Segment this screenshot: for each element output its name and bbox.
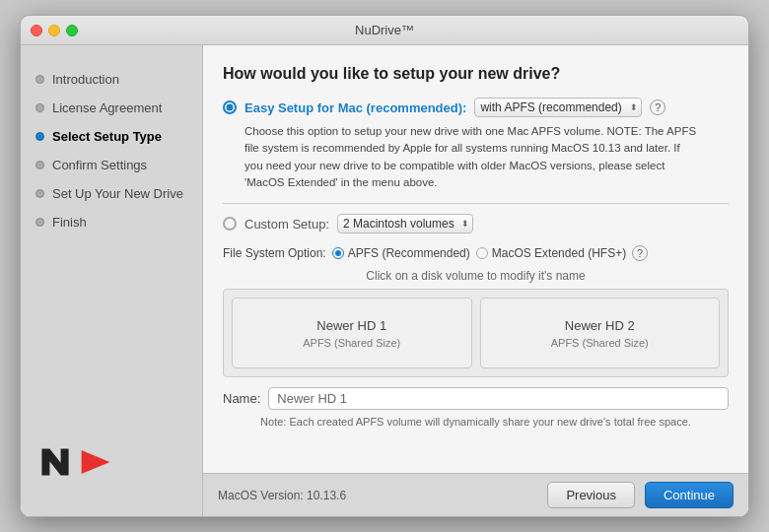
custom-setup-label: Custom Setup: [245, 217, 329, 232]
custom-setup-section: Custom Setup: 2 Macintosh volumes [223, 214, 729, 233]
easy-setup-section: Easy Setup for Mac (recommended): with A… [223, 98, 729, 191]
custom-setup-radio[interactable] [223, 217, 237, 231]
svg-marker-0 [82, 450, 110, 474]
sidebar-item-license-agreement[interactable]: License Agreement [21, 94, 202, 122]
sidebar-label-introduction: Introduction [52, 72, 119, 87]
titlebar: NuDrive™ [21, 16, 748, 45]
disk-volume-1-name: Newer HD 1 [316, 318, 386, 333]
sidebar: Introduction License Agreement Select Se… [21, 45, 203, 516]
dot-icon [35, 189, 44, 198]
dot-icon [35, 132, 44, 141]
divider [223, 203, 729, 204]
name-row: Name: [223, 387, 729, 410]
sidebar-label-license: License Agreement [52, 100, 162, 115]
sidebar-label-setup-type: Select Setup Type [52, 129, 162, 144]
sidebar-label-setup-drive: Set Up Your New Drive [52, 186, 183, 201]
name-input[interactable] [268, 387, 729, 410]
maximize-button[interactable] [66, 25, 78, 36]
sidebar-label-confirm: Confirm Settings [52, 158, 147, 172]
main-heading: How would you like to setup your new dri… [223, 65, 729, 83]
sidebar-item-setup-drive[interactable]: Set Up Your New Drive [21, 179, 202, 208]
disk-volumes-container: Newer HD 1 APFS (Shared Size) Newer HD 2… [223, 289, 729, 377]
dot-icon [35, 161, 44, 169]
file-system-label: File System Option: [223, 246, 326, 260]
dot-icon [35, 103, 44, 112]
easy-setup-dropdown[interactable]: with APFS (recommended) [474, 98, 642, 117]
note-text: Note: Each created APFS volume will dyna… [223, 416, 729, 428]
disk-volume-2-name: Newer HD 2 [565, 318, 635, 333]
traffic-lights [31, 25, 78, 36]
dot-icon [35, 75, 44, 84]
sidebar-label-finish: Finish [52, 215, 87, 230]
apfs-label: APFS (Recommended) [348, 246, 470, 260]
easy-setup-radio[interactable] [223, 100, 237, 114]
nudrive-n-logo [35, 442, 75, 482]
easy-setup-description: Choose this option to setup your new dri… [245, 123, 698, 191]
footer-buttons: Previous Continue [547, 482, 734, 508]
sidebar-item-select-setup-type[interactable]: Select Setup Type [21, 122, 202, 151]
close-button[interactable] [31, 25, 42, 36]
disk-volume-2-type: APFS (Shared Size) [551, 337, 649, 349]
previous-button[interactable]: Previous [547, 482, 635, 508]
window-title: NuDrive™ [355, 23, 414, 37]
sidebar-item-finish[interactable]: Finish [21, 208, 202, 236]
custom-setup-row: Custom Setup: 2 Macintosh volumes [223, 214, 729, 233]
easy-setup-row: Easy Setup for Mac (recommended): with A… [223, 98, 729, 117]
hfs-label: MacOS Extended (HFS+) [492, 246, 626, 260]
easy-setup-help-icon[interactable]: ? [650, 100, 665, 115]
continue-button[interactable]: Continue [645, 482, 734, 508]
macos-version: MacOS Version: 10.13.6 [218, 489, 346, 502]
disk-volume-1[interactable]: Newer HD 1 APFS (Shared Size) [232, 298, 472, 368]
nudrive-arrow-logo [80, 446, 111, 478]
disk-volume-1-type: APFS (Shared Size) [303, 337, 400, 349]
logo-area [21, 428, 202, 497]
name-label: Name: [223, 391, 260, 406]
sidebar-item-confirm-settings[interactable]: Confirm Settings [21, 151, 202, 179]
apfs-radio[interactable] [332, 247, 344, 259]
dot-icon [35, 218, 44, 227]
main-panel: How would you like to setup your new dri… [203, 45, 748, 516]
hfs-radio[interactable] [476, 247, 488, 259]
minimize-button[interactable] [48, 25, 60, 36]
file-system-row: File System Option: APFS (Recommended) M… [223, 245, 729, 261]
fs-help-icon[interactable]: ? [632, 245, 648, 261]
custom-setup-dropdown-wrapper: 2 Macintosh volumes [337, 214, 473, 233]
custom-setup-dropdown[interactable]: 2 Macintosh volumes [337, 214, 473, 233]
fs-option-hfs[interactable]: MacOS Extended (HFS+) [476, 246, 626, 260]
disk-volume-2[interactable]: Newer HD 2 APFS (Shared Size) [480, 298, 721, 368]
footer: MacOS Version: 10.13.6 Previous Continue [203, 473, 748, 516]
content-area: Introduction License Agreement Select Se… [21, 45, 748, 516]
disk-area-label: Click on a disk volume to modify it's na… [223, 269, 729, 283]
fs-option-apfs[interactable]: APFS (Recommended) [332, 246, 470, 260]
easy-setup-dropdown-wrapper: with APFS (recommended) [474, 98, 642, 117]
easy-setup-label: Easy Setup for Mac (recommended): [245, 100, 466, 115]
main-window: NuDrive™ Introduction License Agreement … [20, 15, 749, 517]
main-body: How would you like to setup your new dri… [203, 45, 748, 473]
sidebar-item-introduction[interactable]: Introduction [21, 65, 202, 94]
